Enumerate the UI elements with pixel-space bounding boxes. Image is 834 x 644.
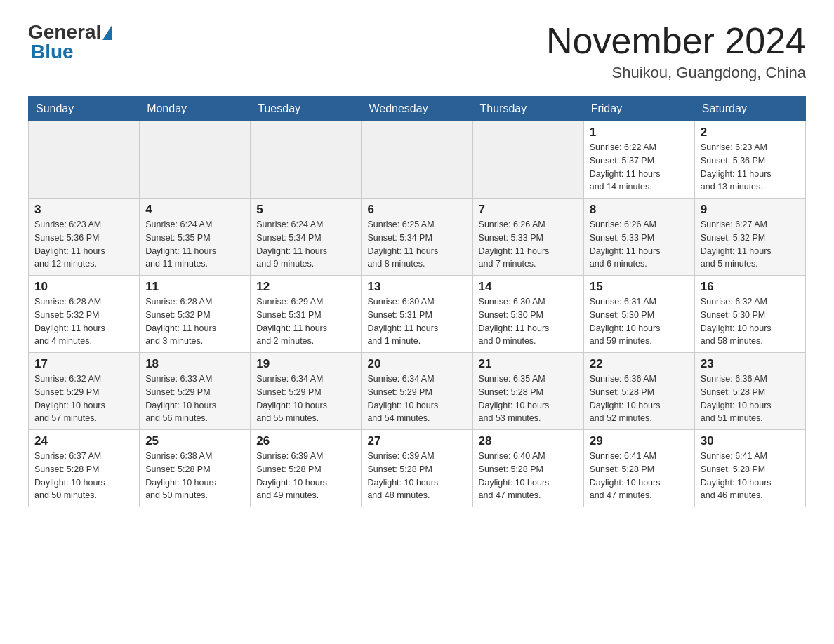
day-header-sunday: Sunday (29, 97, 140, 121)
calendar-cell: 13Sunrise: 6:30 AM Sunset: 5:31 PM Dayli… (362, 276, 472, 353)
day-info: Sunrise: 6:39 AM Sunset: 5:28 PM Dayligh… (256, 450, 355, 502)
calendar-cell: 15Sunrise: 6:31 AM Sunset: 5:30 PM Dayli… (583, 276, 694, 353)
calendar-cell (251, 121, 362, 199)
day-number: 20 (367, 357, 466, 371)
day-info: Sunrise: 6:37 AM Sunset: 5:28 PM Dayligh… (34, 450, 133, 502)
day-header-friday: Friday (583, 97, 694, 121)
calendar-cell: 14Sunrise: 6:30 AM Sunset: 5:30 PM Dayli… (472, 276, 583, 353)
day-info: Sunrise: 6:26 AM Sunset: 5:33 PM Dayligh… (479, 218, 578, 271)
calendar-cell: 16Sunrise: 6:32 AM Sunset: 5:30 PM Dayli… (694, 276, 805, 353)
day-info: Sunrise: 6:34 AM Sunset: 5:29 PM Dayligh… (256, 373, 355, 425)
day-number: 11 (145, 280, 244, 294)
calendar-cell: 1Sunrise: 6:22 AM Sunset: 5:37 PM Daylig… (583, 121, 694, 199)
day-header-thursday: Thursday (472, 97, 583, 121)
day-number: 16 (701, 280, 800, 294)
day-number: 24 (34, 434, 133, 448)
day-number: 3 (34, 203, 133, 217)
day-info: Sunrise: 6:41 AM Sunset: 5:28 PM Dayligh… (701, 450, 800, 502)
day-info: Sunrise: 6:32 AM Sunset: 5:29 PM Dayligh… (34, 373, 133, 425)
day-info: Sunrise: 6:29 AM Sunset: 5:31 PM Dayligh… (256, 295, 355, 348)
day-number: 15 (590, 280, 689, 294)
calendar-cell: 29Sunrise: 6:41 AM Sunset: 5:28 PM Dayli… (583, 430, 694, 507)
month-title: November 2024 (546, 21, 806, 61)
day-number: 17 (34, 357, 133, 371)
day-number: 12 (256, 280, 355, 294)
day-info: Sunrise: 6:24 AM Sunset: 5:35 PM Dayligh… (145, 218, 244, 271)
header-row: SundayMondayTuesdayWednesdayThursdayFrid… (29, 97, 806, 121)
day-number: 7 (479, 203, 578, 217)
calendar-cell: 9Sunrise: 6:27 AM Sunset: 5:32 PM Daylig… (694, 199, 805, 276)
week-row-5: 24Sunrise: 6:37 AM Sunset: 5:28 PM Dayli… (29, 430, 806, 507)
day-number: 23 (701, 357, 800, 371)
location-text: Shuikou, Guangdong, China (546, 64, 806, 82)
day-number: 22 (590, 357, 689, 371)
day-info: Sunrise: 6:24 AM Sunset: 5:34 PM Dayligh… (256, 218, 355, 271)
day-info: Sunrise: 6:35 AM Sunset: 5:28 PM Dayligh… (479, 373, 578, 425)
day-info: Sunrise: 6:26 AM Sunset: 5:33 PM Dayligh… (590, 218, 689, 271)
day-number: 6 (367, 203, 466, 217)
logo-triangle-icon (102, 25, 112, 40)
day-number: 26 (256, 434, 355, 448)
calendar-cell: 18Sunrise: 6:33 AM Sunset: 5:29 PM Dayli… (140, 353, 251, 430)
day-number: 2 (701, 126, 800, 140)
calendar-cell: 27Sunrise: 6:39 AM Sunset: 5:28 PM Dayli… (362, 430, 472, 507)
calendar-cell (472, 121, 583, 199)
day-number: 9 (701, 203, 800, 217)
day-number: 14 (479, 280, 578, 294)
day-header-tuesday: Tuesday (251, 97, 362, 121)
calendar-cell (29, 121, 140, 199)
calendar-cell: 2Sunrise: 6:23 AM Sunset: 5:36 PM Daylig… (694, 121, 805, 199)
day-info: Sunrise: 6:28 AM Sunset: 5:32 PM Dayligh… (34, 295, 133, 348)
logo-blue-text: Blue (31, 41, 74, 62)
day-number: 1 (590, 126, 689, 140)
day-number: 27 (367, 434, 466, 448)
calendar-cell: 25Sunrise: 6:38 AM Sunset: 5:28 PM Dayli… (140, 430, 251, 507)
calendar-cell: 21Sunrise: 6:35 AM Sunset: 5:28 PM Dayli… (472, 353, 583, 430)
calendar-cell: 7Sunrise: 6:26 AM Sunset: 5:33 PM Daylig… (472, 199, 583, 276)
calendar-cell: 23Sunrise: 6:36 AM Sunset: 5:28 PM Dayli… (694, 353, 805, 430)
day-number: 13 (367, 280, 466, 294)
calendar-cell: 28Sunrise: 6:40 AM Sunset: 5:28 PM Dayli… (472, 430, 583, 507)
day-info: Sunrise: 6:31 AM Sunset: 5:30 PM Dayligh… (590, 295, 689, 348)
calendar-cell: 5Sunrise: 6:24 AM Sunset: 5:34 PM Daylig… (251, 199, 362, 276)
day-number: 21 (479, 357, 578, 371)
calendar-cell: 26Sunrise: 6:39 AM Sunset: 5:28 PM Dayli… (251, 430, 362, 507)
day-info: Sunrise: 6:34 AM Sunset: 5:29 PM Dayligh… (367, 373, 466, 425)
day-info: Sunrise: 6:32 AM Sunset: 5:30 PM Dayligh… (701, 295, 800, 348)
day-number: 18 (145, 357, 244, 371)
calendar-cell: 12Sunrise: 6:29 AM Sunset: 5:31 PM Dayli… (251, 276, 362, 353)
day-number: 8 (590, 203, 689, 217)
calendar-cell: 30Sunrise: 6:41 AM Sunset: 5:28 PM Dayli… (694, 430, 805, 507)
week-row-3: 10Sunrise: 6:28 AM Sunset: 5:32 PM Dayli… (29, 276, 806, 353)
week-row-4: 17Sunrise: 6:32 AM Sunset: 5:29 PM Dayli… (29, 353, 806, 430)
day-number: 10 (34, 280, 133, 294)
title-block: November 2024 Shuikou, Guangdong, China (546, 21, 806, 82)
day-header-wednesday: Wednesday (362, 97, 472, 121)
calendar-cell: 24Sunrise: 6:37 AM Sunset: 5:28 PM Dayli… (29, 430, 140, 507)
day-info: Sunrise: 6:39 AM Sunset: 5:28 PM Dayligh… (367, 450, 466, 502)
day-info: Sunrise: 6:36 AM Sunset: 5:28 PM Dayligh… (701, 373, 800, 425)
day-info: Sunrise: 6:22 AM Sunset: 5:37 PM Dayligh… (590, 141, 689, 194)
calendar-cell: 11Sunrise: 6:28 AM Sunset: 5:32 PM Dayli… (140, 276, 251, 353)
calendar-cell: 3Sunrise: 6:23 AM Sunset: 5:36 PM Daylig… (29, 199, 140, 276)
day-info: Sunrise: 6:36 AM Sunset: 5:28 PM Dayligh… (590, 373, 689, 425)
day-info: Sunrise: 6:38 AM Sunset: 5:28 PM Dayligh… (145, 450, 244, 502)
day-info: Sunrise: 6:30 AM Sunset: 5:30 PM Dayligh… (479, 295, 578, 348)
day-info: Sunrise: 6:28 AM Sunset: 5:32 PM Dayligh… (145, 295, 244, 348)
day-info: Sunrise: 6:30 AM Sunset: 5:31 PM Dayligh… (367, 295, 466, 348)
week-row-1: 1Sunrise: 6:22 AM Sunset: 5:37 PM Daylig… (29, 121, 806, 199)
day-info: Sunrise: 6:41 AM Sunset: 5:28 PM Dayligh… (590, 450, 689, 502)
day-number: 19 (256, 357, 355, 371)
day-info: Sunrise: 6:23 AM Sunset: 5:36 PM Dayligh… (701, 141, 800, 194)
day-info: Sunrise: 6:40 AM Sunset: 5:28 PM Dayligh… (479, 450, 578, 502)
day-info: Sunrise: 6:25 AM Sunset: 5:34 PM Dayligh… (367, 218, 466, 271)
page-header: General Blue November 2024 Shuikou, Guan… (28, 21, 806, 82)
calendar-cell: 22Sunrise: 6:36 AM Sunset: 5:28 PM Dayli… (583, 353, 694, 430)
week-row-2: 3Sunrise: 6:23 AM Sunset: 5:36 PM Daylig… (29, 199, 806, 276)
day-info: Sunrise: 6:33 AM Sunset: 5:29 PM Dayligh… (145, 373, 244, 425)
day-number: 5 (256, 203, 355, 217)
day-header-saturday: Saturday (694, 97, 805, 121)
day-info: Sunrise: 6:27 AM Sunset: 5:32 PM Dayligh… (701, 218, 800, 271)
day-number: 29 (590, 434, 689, 448)
day-number: 4 (145, 203, 244, 217)
